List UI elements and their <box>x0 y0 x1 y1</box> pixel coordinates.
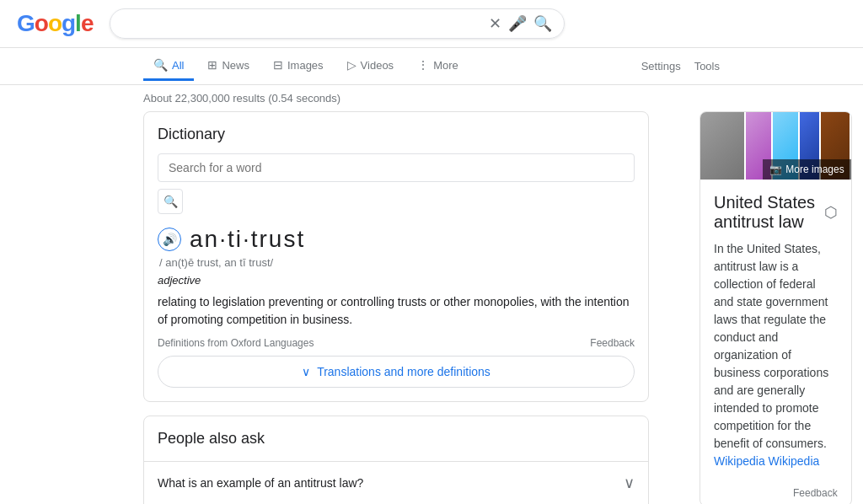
logo-g: G <box>17 10 35 36</box>
search-input[interactable]: what is antitrust? <box>122 16 489 31</box>
main-content: Dictionary 🔍 🔊 an·ti·trust / an(t)ē trus… <box>0 111 863 504</box>
word-phonetics: 🔊 an·ti·trust <box>158 226 635 253</box>
logo-g2: g <box>62 10 75 36</box>
videos-tab-icon: ▷ <box>347 58 356 72</box>
translations-label: Translations and more definitions <box>317 365 490 378</box>
tools-link[interactable]: Tools <box>694 60 720 72</box>
knowledge-card-body: United States antitrust law ⬡ In the Uni… <box>700 180 851 484</box>
nav-right-links: Settings Tools <box>641 60 720 72</box>
tab-more-label: More <box>433 59 458 72</box>
word-pos: adjective <box>158 274 635 287</box>
dictionary-footer: Definitions from Oxford Languages Feedba… <box>158 337 635 349</box>
tab-videos-label: Videos <box>361 59 394 72</box>
tab-news-label: News <box>222 59 249 72</box>
dictionary-search-input[interactable] <box>158 153 635 182</box>
search-bar: what is antitrust? ✕ 🎤 🔍 <box>110 8 565 39</box>
paa-question-1: What is an example of an antitrust law? <box>158 476 363 490</box>
word-definition: relating to legislation preventing or co… <box>158 293 635 329</box>
knowledge-feedback[interactable]: Feedback <box>700 484 851 504</box>
speaker-button[interactable]: 🔊 <box>158 228 181 251</box>
paa-title: People also ask <box>144 416 648 461</box>
results-info: About 22,300,000 results (0.54 seconds) <box>0 85 863 111</box>
camera-icon: 📷 <box>769 164 782 175</box>
more-tab-icon: ⋮ <box>417 58 429 72</box>
knowledge-card: 📷 More images United States antitrust la… <box>700 111 852 504</box>
clear-icon[interactable]: ✕ <box>489 14 501 33</box>
right-column: 📷 More images United States antitrust la… <box>700 111 852 504</box>
tab-videos[interactable]: ▷ Videos <box>337 51 405 81</box>
people-also-ask-card: People also ask What is an example of an… <box>143 416 649 504</box>
translations-button[interactable]: ∨ Translations and more definitions <box>158 356 635 388</box>
chevron-down-icon-1: ∨ <box>624 474 635 492</box>
tab-images[interactable]: ⊟ Images <box>263 51 334 81</box>
wikipedia-link[interactable]: Wikipedia <box>714 454 765 468</box>
search-submit-icon[interactable]: 🔍 <box>533 14 552 33</box>
dictionary-title: Dictionary <box>158 126 635 143</box>
images-tab-icon: ⊟ <box>273 58 283 72</box>
news-tab-icon: ⊞ <box>207 58 217 72</box>
logo-l: l <box>75 10 81 36</box>
word-entry: 🔊 an·ti·trust / an(t)ē trust, an tī trus… <box>158 226 635 329</box>
images-strip: 📷 More images <box>700 112 851 180</box>
knowledge-card-title: United States antitrust law <box>714 193 824 232</box>
more-images-button[interactable]: 📷 More images <box>763 159 850 180</box>
tab-all[interactable]: 🔍 All <box>143 51 194 81</box>
tab-images-label: Images <box>287 59 324 72</box>
all-tab-icon: 🔍 <box>153 58 168 72</box>
settings-link[interactable]: Settings <box>641 60 681 72</box>
tab-all-label: All <box>172 59 184 72</box>
chevron-down-icon: ∨ <box>302 365 310 378</box>
knowledge-image-1 <box>700 112 744 180</box>
tab-news[interactable]: ⊞ News <box>197 51 260 81</box>
google-logo: Google <box>17 10 93 37</box>
share-icon[interactable]: ⬡ <box>824 203 838 222</box>
pronunciation: / an(t)ē trust, an tī trust/ <box>159 256 635 269</box>
dict-feedback[interactable]: Feedback <box>590 337 635 349</box>
tab-more[interactable]: ⋮ More <box>407 51 469 81</box>
header: Google what is antitrust? ✕ 🎤 🔍 <box>0 0 863 48</box>
left-column: Dictionary 🔍 🔊 an·ti·trust / an(t)ē trus… <box>143 111 649 504</box>
logo-o2: o <box>48 10 62 36</box>
dictionary-search-icon[interactable]: 🔍 <box>158 189 183 214</box>
nav-tabs: 🔍 All ⊞ News ⊟ Images ▷ Videos ⋮ More Se… <box>0 48 863 85</box>
knowledge-card-header: United States antitrust law ⬡ <box>714 193 838 232</box>
more-images-label: More images <box>785 164 844 175</box>
dict-source: Definitions from Oxford Languages <box>158 337 314 349</box>
word-display: an·ti·trust <box>190 226 305 253</box>
wikipedia-link-text[interactable]: Wikipedia <box>769 454 820 468</box>
logo-o1: o <box>35 10 48 36</box>
mic-icon[interactable]: 🎤 <box>508 14 527 33</box>
logo-e: e <box>81 10 94 36</box>
knowledge-card-description: In the United States, antitrust law is a… <box>714 240 838 470</box>
paa-item[interactable]: What is an example of an antitrust law? … <box>144 461 648 504</box>
dictionary-card: Dictionary 🔍 🔊 an·ti·trust / an(t)ē trus… <box>143 111 649 402</box>
